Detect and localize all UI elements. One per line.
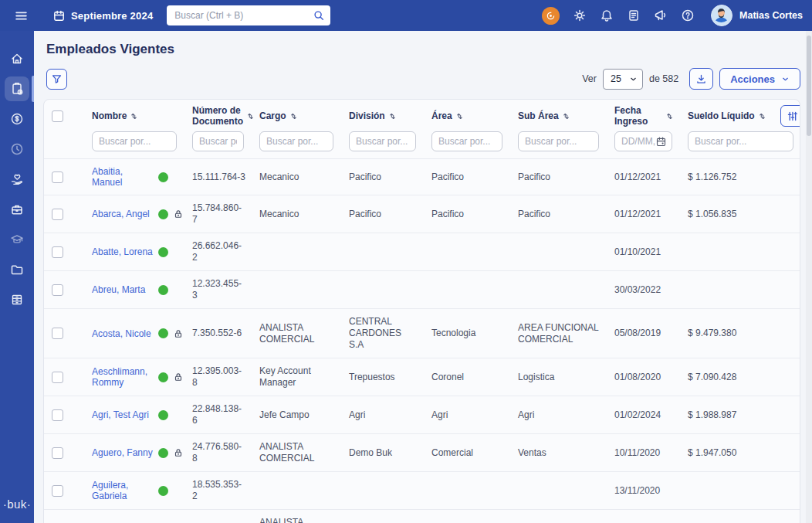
help-icon[interactable] bbox=[676, 4, 699, 27]
avatar bbox=[711, 5, 732, 26]
fecha-ingreso-cell: 10/11/2020 bbox=[607, 434, 680, 472]
download-button[interactable] bbox=[689, 68, 713, 90]
sidebar-item-cabinet[interactable] bbox=[5, 287, 29, 312]
employee-name-link[interactable]: Abaitia, Manuel bbox=[92, 166, 154, 188]
column-label: Sueldo Líquido bbox=[688, 110, 755, 121]
filter-input-sueldo[interactable] bbox=[688, 131, 793, 151]
column-header-division[interactable]: División bbox=[341, 100, 424, 130]
column-header-area[interactable]: Área bbox=[424, 100, 510, 130]
employee-name-link[interactable]: Abreu, Marta bbox=[92, 284, 154, 295]
calendar-icon bbox=[52, 9, 66, 22]
employee-name-link[interactable]: Aeschlimann, Rommy bbox=[92, 366, 154, 388]
announcements-icon[interactable] bbox=[649, 4, 672, 27]
sidebar-item-money[interactable] bbox=[5, 107, 29, 131]
filter-button[interactable] bbox=[46, 69, 67, 90]
table-row: Agri, Test Agri22.848.138-6Jefe CampoAgr… bbox=[44, 396, 800, 434]
document-cell: 15.784.860-7 bbox=[184, 195, 252, 233]
filter-input-area[interactable] bbox=[431, 131, 502, 151]
period-selector[interactable]: Septiembre 2024 bbox=[52, 9, 153, 22]
column-header-fecha[interactable]: Fecha Ingreso bbox=[607, 100, 680, 130]
table-row: Abarca, Angel15.784.860-7MecanicoPacific… bbox=[44, 195, 800, 233]
sidebar-item-clipboard-clock[interactable] bbox=[5, 76, 29, 101]
row-select-cell bbox=[44, 195, 84, 233]
settings-icon[interactable] bbox=[568, 4, 591, 27]
status-active-dot bbox=[158, 410, 168, 420]
sub-area-cell bbox=[510, 271, 607, 309]
column-header-sueldo[interactable]: Sueldo Líquido bbox=[680, 100, 773, 130]
select-all-checkbox[interactable] bbox=[52, 110, 63, 122]
filter-input-division[interactable] bbox=[349, 131, 416, 151]
search-input[interactable] bbox=[167, 5, 330, 25]
status-active-dot bbox=[158, 247, 168, 257]
column-settings-button[interactable] bbox=[780, 105, 800, 127]
column-header-name[interactable]: Nombre bbox=[84, 100, 184, 130]
actions-label: Acciones bbox=[730, 73, 775, 85]
division-cell bbox=[341, 472, 424, 510]
row-select-cell bbox=[44, 396, 84, 434]
employee-name-link[interactable]: Agri, Test Agri bbox=[92, 409, 154, 420]
sidebar-item-hand-heart[interactable] bbox=[5, 167, 29, 192]
employees-table-card: Nombre Número de Documento Cargo Divisió… bbox=[43, 99, 800, 523]
filter-input-sub_area[interactable] bbox=[518, 131, 599, 151]
employee-name-link[interactable]: Abatte, Lorena bbox=[92, 246, 154, 257]
row-checkbox[interactable] bbox=[52, 328, 63, 339]
sidebar-item-clock[interactable] bbox=[5, 137, 29, 161]
sidebar-item-briefcase[interactable] bbox=[5, 197, 29, 222]
sidebar-item-home[interactable] bbox=[5, 46, 29, 71]
lock-icon bbox=[173, 209, 184, 219]
cargo-cell: Mecanico bbox=[252, 159, 341, 195]
area-cell: Coronel bbox=[424, 358, 510, 396]
date-filter-input[interactable]: DD/MM, bbox=[614, 131, 672, 151]
assistant-icon[interactable] bbox=[542, 7, 560, 25]
fecha-ingreso-cell: 05/08/2019 bbox=[607, 309, 680, 358]
row-select-cell bbox=[44, 309, 84, 358]
column-header-sub_area[interactable]: Sub Área bbox=[510, 100, 607, 130]
page-title: Empleados Vigentes bbox=[46, 42, 801, 57]
employee-name-link[interactable]: Acosta, Nicole bbox=[92, 328, 154, 339]
sub-area-cell: Agri bbox=[510, 396, 607, 434]
scrollbar-thumb[interactable] bbox=[807, 36, 811, 136]
filter-input-doc[interactable] bbox=[192, 131, 244, 151]
actions-button[interactable]: Acciones bbox=[719, 68, 800, 90]
row-checkbox[interactable] bbox=[52, 209, 63, 220]
sidebar-item-graduation-cap[interactable] bbox=[5, 227, 29, 252]
row-checkbox[interactable] bbox=[52, 372, 63, 383]
employee-name-link[interactable]: Aguilera, Gabriela bbox=[92, 480, 154, 501]
column-header-doc[interactable]: Número de Documento bbox=[184, 100, 252, 130]
division-cell: Agri bbox=[341, 396, 424, 434]
row-checkbox[interactable] bbox=[52, 485, 63, 497]
row-checkbox[interactable] bbox=[52, 447, 63, 459]
vertical-scrollbar[interactable] bbox=[806, 31, 812, 523]
ver-label: Ver bbox=[582, 73, 597, 84]
table-row: Aguirre, Pedro7.011.880-7ANALISTA COMERC… bbox=[44, 510, 800, 523]
filter-input-cargo[interactable] bbox=[259, 131, 333, 151]
sort-icon bbox=[455, 112, 464, 121]
document-cell: 15.111.764-3 bbox=[184, 159, 252, 195]
calendar-icon[interactable] bbox=[655, 136, 667, 148]
top-bar: Septiembre 2024 Matias Cortes bbox=[0, 0, 812, 31]
row-checkbox[interactable] bbox=[52, 409, 63, 421]
employee-name-link[interactable]: Aguero, Fanny bbox=[92, 447, 154, 458]
filter-input-name[interactable] bbox=[92, 131, 177, 151]
employee-name-link[interactable]: Abarca, Angel bbox=[92, 209, 154, 219]
config-cell bbox=[773, 271, 800, 309]
sueldo-cell: $ 144.366 bbox=[680, 510, 773, 523]
documents-icon[interactable] bbox=[622, 4, 645, 27]
name-cell: Aguero, Fanny bbox=[84, 434, 184, 472]
column-header-config[interactable] bbox=[773, 100, 800, 130]
user-menu[interactable]: Matias Cortes bbox=[711, 5, 803, 26]
column-header-select[interactable] bbox=[44, 100, 84, 130]
sidebar-item-folder[interactable] bbox=[5, 257, 29, 282]
topbar-actions: Matias Cortes bbox=[542, 4, 803, 27]
row-checkbox[interactable] bbox=[52, 246, 63, 258]
per-page-select[interactable]: 25 bbox=[603, 69, 643, 90]
notifications-icon[interactable] bbox=[595, 4, 618, 27]
sueldo-cell: $ 1.126.752 bbox=[680, 159, 773, 195]
menu-icon[interactable] bbox=[9, 4, 32, 27]
row-checkbox[interactable] bbox=[52, 284, 63, 296]
column-header-cargo[interactable]: Cargo bbox=[252, 100, 341, 130]
sueldo-cell: $ 1.056.835 bbox=[680, 195, 773, 233]
row-checkbox[interactable] bbox=[52, 172, 63, 183]
search-icon[interactable] bbox=[313, 9, 325, 25]
lock-icon bbox=[173, 372, 184, 382]
